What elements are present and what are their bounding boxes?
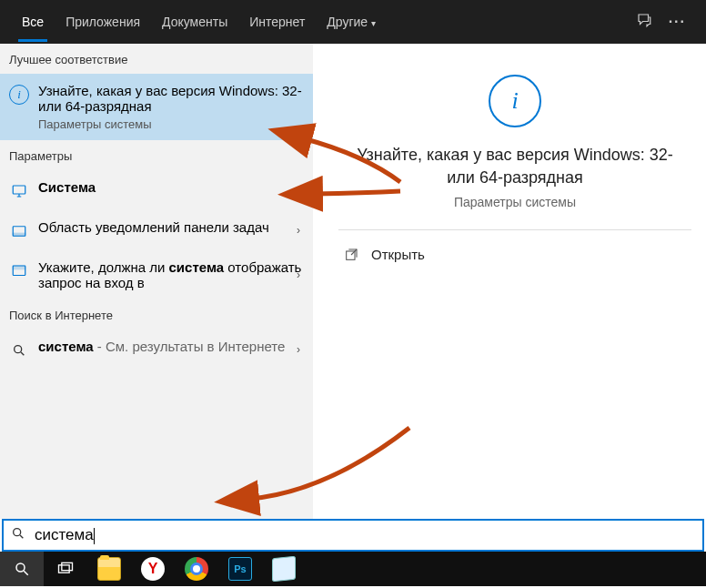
taskbar: Y Ps (0, 552, 706, 586)
preview-title: Узнайте, какая у вас версия Windows: 32-… (324, 144, 706, 189)
taskbar-app-notepad[interactable] (262, 557, 306, 581)
svg-line-11 (24, 571, 28, 575)
web-search-item[interactable]: система - См. результаты в Интернете › (0, 329, 313, 370)
open-action[interactable]: Открыть (324, 236, 706, 273)
tab-apps[interactable]: Приложения (55, 2, 151, 42)
more-options-icon[interactable]: ··· (669, 14, 686, 30)
svg-rect-13 (62, 563, 73, 570)
chevron-right-icon: › (297, 184, 300, 197)
search-input[interactable]: система (35, 526, 695, 544)
text-caret (94, 528, 95, 544)
section-settings: Параметры (0, 140, 313, 170)
settings-item-label: Система (38, 179, 96, 195)
search-icon (9, 340, 29, 360)
search-header: Все Приложения Документы Интернет Другие… (0, 0, 706, 44)
svg-line-9 (20, 535, 23, 538)
svg-point-10 (16, 563, 25, 572)
best-match-subtitle: Параметры системы (38, 117, 302, 131)
search-bar[interactable]: система (2, 519, 704, 552)
taskbar-app-chrome[interactable] (175, 557, 218, 581)
svg-rect-4 (13, 266, 25, 269)
chevron-right-icon: › (297, 343, 300, 356)
taskbar-icon (9, 221, 29, 241)
info-icon: i (9, 85, 29, 105)
preview-pane: i Узнайте, какая у вас версия Windows: 3… (324, 55, 706, 519)
tab-all[interactable]: Все (11, 2, 55, 42)
best-match-item[interactable]: i Узнайте, какая у вас версия Windows: 3… (0, 74, 313, 140)
svg-point-8 (14, 529, 21, 536)
svg-line-6 (21, 352, 24, 355)
preview-subtitle: Параметры системы (324, 195, 706, 209)
results-left-pane: Лучшее соответствие i Узнайте, какая у в… (0, 44, 313, 519)
svg-rect-0 (13, 186, 25, 194)
chevron-right-icon: › (297, 269, 300, 281)
chevron-down-icon: ▾ (371, 18, 376, 28)
divider (338, 229, 691, 230)
settings-item-signin-prompt[interactable]: Укажите, должна ли система отображать за… (0, 250, 313, 299)
section-web: Поиск в Интернете (0, 299, 313, 329)
feedback-icon[interactable] (636, 12, 652, 32)
tab-internet[interactable]: Интернет (238, 2, 316, 42)
settings-item-notification-area[interactable]: Область уведомлений панели задач › (0, 210, 313, 250)
search-results-content: Лучшее соответствие i Узнайте, какая у в… (0, 44, 706, 519)
taskbar-app-explorer[interactable] (87, 557, 131, 581)
tab-documents[interactable]: Документы (151, 2, 238, 42)
info-icon: i (489, 75, 541, 127)
section-best-match: Лучшее соответствие (0, 44, 313, 74)
settings-item-system[interactable]: Система › (0, 170, 313, 210)
search-icon (11, 526, 25, 544)
svg-rect-2 (13, 233, 25, 236)
open-label: Открыть (371, 247, 425, 262)
svg-rect-12 (59, 565, 70, 573)
tab-more[interactable]: Другие▾ (316, 2, 387, 42)
chevron-right-icon: › (297, 224, 300, 237)
settings-item-label: Область уведомлений панели задач (38, 219, 269, 235)
open-icon (344, 248, 358, 262)
lockscreen-icon (9, 261, 29, 281)
svg-point-5 (15, 346, 22, 353)
best-match-title: Узнайте, какая у вас версия Windows: 32-… (38, 83, 302, 114)
taskbar-search-button[interactable] (0, 552, 44, 586)
taskbar-app-yandex[interactable]: Y (131, 557, 175, 581)
monitor-icon (9, 181, 29, 201)
taskbar-taskview-button[interactable] (44, 552, 87, 586)
taskbar-app-photoshop[interactable]: Ps (218, 557, 262, 581)
